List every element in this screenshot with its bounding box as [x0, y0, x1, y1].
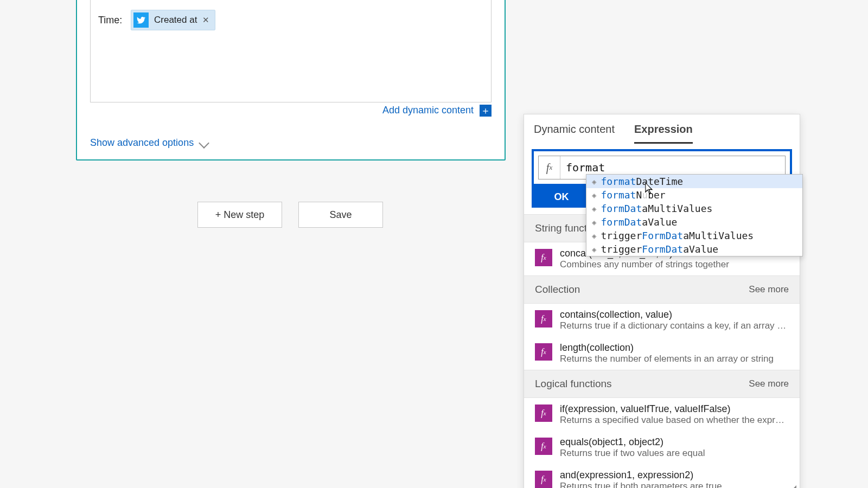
- new-step-label: + New step: [215, 209, 265, 221]
- dynamic-chip-createdat[interactable]: Created at ✕: [131, 10, 215, 30]
- chip-remove-icon[interactable]: ✕: [202, 15, 209, 25]
- func-description: Returns a specified value based on wheth…: [560, 415, 789, 426]
- cube-icon: ◈: [592, 218, 596, 227]
- field-label-time: Time:: [98, 15, 131, 26]
- ac-item-formdatavalue[interactable]: ◈ formDataValue: [586, 215, 802, 229]
- expression-input-wrap: fx ◈ formatDateTime ◈ formatNuber ◈ form…: [532, 149, 792, 186]
- autocomplete-popup: ◈ formatDateTime ◈ formatNuber ◈ formDat…: [586, 174, 803, 256]
- chip-text: Created at: [154, 15, 197, 25]
- tab-expression[interactable]: Expression: [634, 120, 693, 144]
- cube-icon: ◈: [592, 245, 596, 254]
- func-description: Returns the number of elements in an arr…: [560, 354, 789, 364]
- new-step-button[interactable]: + New step: [197, 202, 282, 228]
- cube-icon: ◈: [592, 204, 596, 213]
- panel-tabs: Dynamic content Expression: [524, 114, 800, 144]
- fx-badge-icon: fx: [535, 310, 552, 328]
- func-signature: contains(collection, value): [560, 309, 789, 320]
- func-description: Returns true if two values are equal: [560, 448, 789, 459]
- func-signature: and(expression1, expression2): [560, 470, 789, 481]
- cube-icon: ◈: [592, 232, 596, 240]
- section-title: Collection: [535, 284, 580, 296]
- ac-item-formatnumber[interactable]: ◈ formatNuber: [586, 188, 802, 202]
- ac-item-formatdatetime[interactable]: ◈ formatDateTime: [586, 175, 802, 188]
- expression-panel: Dynamic content Expression fx ◈ formatDa…: [524, 114, 800, 488]
- section-title: Logical functions: [535, 378, 612, 390]
- cube-icon: ◈: [592, 177, 596, 186]
- plus-icon: ＋: [480, 105, 492, 117]
- ac-item-triggerformdatamultivalues[interactable]: ◈ triggerFormDataMultiValues: [586, 229, 802, 242]
- textarea-pad[interactable]: [98, 40, 483, 100]
- ac-item-formdatamultivalues[interactable]: ◈ formDataMultiValues: [586, 202, 802, 215]
- ok-button[interactable]: OK: [532, 186, 591, 208]
- func-contains[interactable]: fx contains(collection, value) Returns t…: [524, 304, 800, 337]
- action-buttons: + New step Save: [197, 202, 383, 228]
- func-description: Returns true if both parameters are true: [560, 481, 789, 488]
- card-body: Name of the user: Name ✕ Time: Created a…: [90, 0, 492, 102]
- twitter-icon: [133, 12, 149, 28]
- ac-item-triggerformdatavalue[interactable]: ◈ triggerFormDataValue: [586, 242, 802, 256]
- func-description: Returns true if a dictionary contains a …: [560, 320, 789, 331]
- show-advanced-text: Show advanced options: [90, 137, 194, 149]
- fx-badge-icon: fx: [535, 404, 552, 422]
- func-and[interactable]: fx and(expression1, expression2) Returns…: [524, 464, 800, 488]
- fx-badge-icon: fx: [535, 249, 552, 266]
- func-length[interactable]: fx length(collection) Returns the number…: [524, 337, 800, 370]
- scroll-corner-icon[interactable]: [788, 485, 796, 488]
- fx-badge-icon: fx: [535, 438, 552, 455]
- func-equals[interactable]: fx equals(object1, object2) Returns true…: [524, 431, 800, 464]
- show-advanced-options[interactable]: Show advanced options: [90, 137, 492, 149]
- fx-badge-icon: fx: [535, 343, 552, 361]
- func-signature: equals(object1, object2): [560, 436, 789, 448]
- expression-input[interactable]: [560, 161, 785, 174]
- func-description: Combines any number of strings together: [560, 259, 789, 270]
- add-dynamic-content-text: Add dynamic content: [382, 105, 474, 115]
- save-button[interactable]: Save: [298, 202, 383, 228]
- see-more-link[interactable]: See more: [749, 378, 789, 389]
- chevron-down-icon: [199, 138, 209, 149]
- see-more-link[interactable]: See more: [749, 284, 789, 295]
- field-row-time: Time: Created at ✕: [98, 10, 483, 30]
- fx-badge-icon: fx: [535, 471, 552, 488]
- func-if[interactable]: fx if(expression, valueIfTrue, valueIfFa…: [524, 398, 800, 431]
- tab-dynamic-content[interactable]: Dynamic content: [534, 120, 615, 144]
- section-header-logical: Logical functions See more: [524, 370, 800, 398]
- add-dynamic-content-link[interactable]: Add dynamic content ＋: [90, 105, 492, 117]
- action-card: Name of the user: Name ✕ Time: Created a…: [76, 0, 506, 160]
- fx-icon: fx: [539, 156, 560, 179]
- func-signature: if(expression, valueIfTrue, valueIfFalse…: [560, 403, 789, 415]
- section-header-collection: Collection See more: [524, 275, 800, 304]
- ok-label: OK: [554, 191, 569, 203]
- func-signature: length(collection): [560, 342, 789, 354]
- save-label: Save: [329, 209, 352, 221]
- cube-icon: ◈: [592, 191, 596, 200]
